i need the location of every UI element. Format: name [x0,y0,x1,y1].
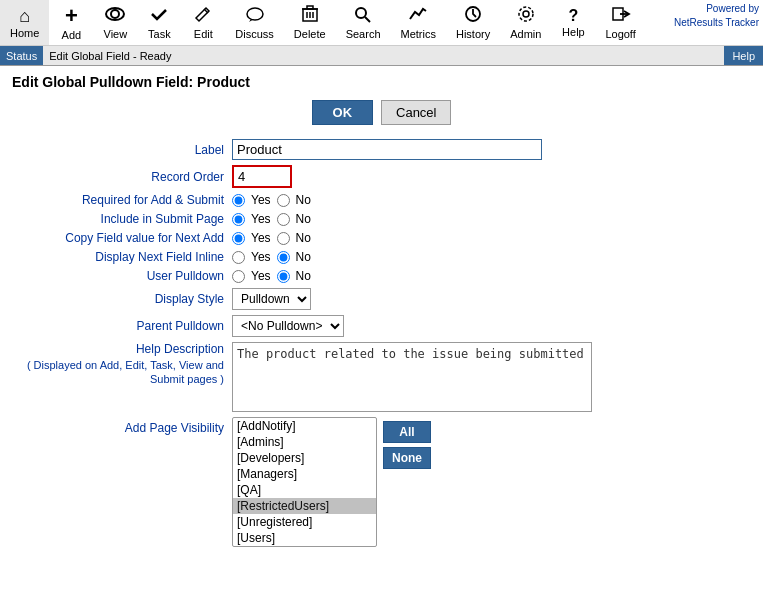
nav-home-label: Home [10,27,39,39]
include-no-radio[interactable] [277,213,290,226]
required-yes-label: Yes [251,193,271,207]
add-page-visibility-label: Add Page Visibility [12,417,232,435]
nav-task-label: Task [148,28,171,40]
required-yes-radio[interactable] [232,194,245,207]
help-desc-sublabel: ( Displayed on Add, Edit, Task, View and… [12,358,224,387]
display-next-no-radio[interactable] [277,251,290,264]
copy-row: Copy Field value for Next Add Yes No [12,231,751,245]
discuss-icon [245,5,265,26]
copy-label: Copy Field value for Next Add [12,231,232,245]
svg-point-15 [519,7,533,21]
svg-point-11 [356,8,366,18]
svg-point-0 [111,10,119,18]
user-pulldown-no-radio[interactable] [277,270,290,283]
nav-search-label: Search [346,28,381,40]
nav-discuss-label: Discuss [235,28,274,40]
parent-pulldown-label: Parent Pulldown [12,319,232,333]
visibility-list[interactable]: [AddNotify] [Admins] [Developers] [Manag… [232,417,377,547]
list-item[interactable]: [QA] [233,482,376,498]
nav-add-label: Add [62,29,82,41]
copy-yes-radio[interactable] [232,232,245,245]
nav-edit[interactable]: Edit [181,0,225,45]
list-item[interactable]: [Unregistered] [233,514,376,530]
visibility-container: [AddNotify] [Admins] [Developers] [Manag… [232,417,431,547]
nav-metrics-label: Metrics [401,28,436,40]
nav-search[interactable]: Search [336,0,391,45]
nav-add[interactable]: + Add [49,0,93,45]
top-navigation: ⌂ Home + Add View Task Edit Discuss Dele… [0,0,763,46]
record-order-input[interactable] [232,165,292,188]
admin-icon [516,5,536,26]
include-yes-radio[interactable] [232,213,245,226]
help-link[interactable]: Help [724,46,763,65]
nav-home[interactable]: ⌂ Home [0,0,49,45]
button-row: OK Cancel [12,100,751,125]
required-no-label: No [296,193,311,207]
list-item[interactable]: [RestrictedUsers] [233,498,376,514]
nav-help[interactable]: ? Help [551,0,595,45]
list-item[interactable]: [Managers] [233,466,376,482]
svg-point-14 [523,11,529,17]
nav-admin[interactable]: Admin [500,0,551,45]
none-button[interactable]: None [383,447,431,469]
display-next-yes-radio[interactable] [232,251,245,264]
status-badge: Status [0,46,43,65]
parent-pulldown-select[interactable]: <No Pulldown> [232,315,344,337]
include-no-label: No [296,212,311,226]
svg-point-3 [247,8,263,20]
copy-no-label: No [296,231,311,245]
copy-no-radio[interactable] [277,232,290,245]
nav-metrics[interactable]: Metrics [391,0,446,45]
user-pulldown-yes-label: Yes [251,269,271,283]
display-next-yes-label: Yes [251,250,271,264]
nav-help-label: Help [562,26,585,38]
nav-discuss[interactable]: Discuss [225,0,284,45]
copy-yes-label: Yes [251,231,271,245]
nav-logoff-label: Logoff [605,28,635,40]
required-row: Required for Add & Submit Yes No [12,193,751,207]
help-icon: ? [569,8,579,24]
all-button[interactable]: All [383,421,431,443]
include-label: Include in Submit Page [12,212,232,226]
svg-rect-7 [307,6,313,9]
nav-task[interactable]: Task [137,0,181,45]
visibility-buttons: All None [383,417,431,469]
ok-button[interactable]: OK [312,100,374,125]
nav-logoff[interactable]: Logoff [595,0,645,45]
cancel-button[interactable]: Cancel [381,100,451,125]
user-pulldown-no-label: No [296,269,311,283]
nav-delete-label: Delete [294,28,326,40]
display-style-label: Display Style [12,292,232,306]
nav-view-label: View [104,28,128,40]
nav-delete[interactable]: Delete [284,0,336,45]
search-icon [353,5,373,26]
status-bar: Status Edit Global Field - Ready Help [0,46,763,66]
display-next-label: Display Next Field Inline [12,250,232,264]
help-desc-label: Help Description [12,342,224,356]
user-pulldown-yes-radio[interactable] [232,270,245,283]
user-pulldown-label: User Pulldown [12,269,232,283]
tracker-link[interactable]: NetResults Tracker [674,17,759,28]
svg-line-12 [365,17,370,22]
list-item[interactable]: [Admins] [233,434,376,450]
required-label: Required for Add & Submit [12,193,232,207]
powered-by: Powered by NetResults Tracker [670,0,763,32]
nav-edit-label: Edit [194,28,213,40]
help-desc-textarea[interactable]: The product related to the issue being s… [232,342,592,412]
display-style-select[interactable]: Pulldown [232,288,311,310]
record-order-row: Record Order [12,165,751,188]
list-item[interactable]: [Developers] [233,450,376,466]
logoff-icon [611,5,631,26]
include-row: Include in Submit Page Yes No [12,212,751,226]
nav-history-label: History [456,28,490,40]
label-input[interactable] [232,139,542,160]
user-pulldown-row: User Pulldown Yes No [12,269,751,283]
nav-history[interactable]: History [446,0,500,45]
view-icon [105,5,125,26]
main-content: Edit Global Pulldown Field: Product OK C… [0,66,763,591]
required-no-radio[interactable] [277,194,290,207]
list-item[interactable]: [AddNotify] [233,418,376,434]
nav-view[interactable]: View [93,0,137,45]
display-style-row: Display Style Pulldown [12,288,751,310]
list-item[interactable]: [Users] [233,530,376,546]
